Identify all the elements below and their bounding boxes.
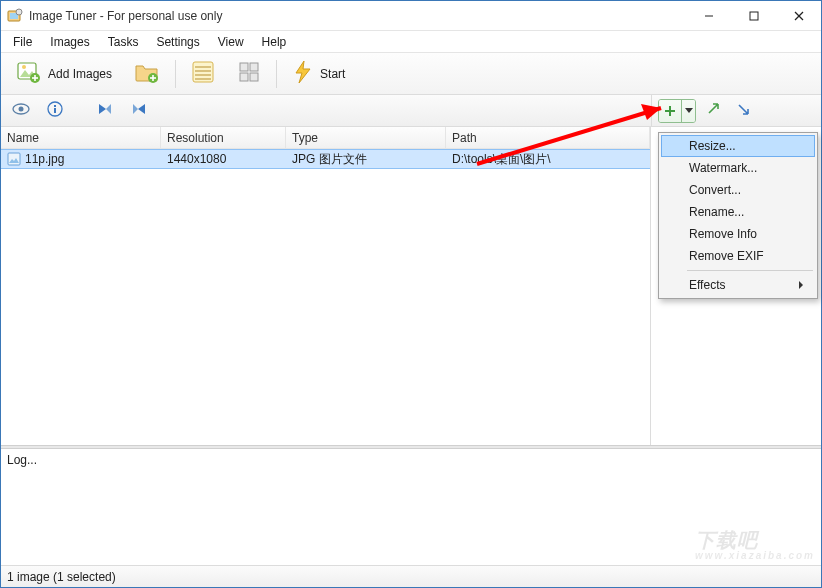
start-button[interactable]: Start — [285, 55, 352, 92]
folder-add-icon — [134, 59, 160, 88]
status-bar: 1 image (1 selected) — [1, 565, 821, 587]
svg-rect-22 — [250, 63, 258, 71]
list-header: Name Resolution Type Path — [1, 127, 650, 149]
remove-selected-button[interactable] — [177, 99, 201, 123]
svg-point-2 — [16, 9, 22, 15]
col-name[interactable]: Name — [1, 127, 161, 148]
eye-icon — [12, 102, 30, 119]
menu-settings[interactable]: Settings — [148, 33, 207, 51]
svg-rect-4 — [750, 12, 758, 20]
app-icon — [7, 8, 23, 24]
lightning-icon — [292, 59, 314, 88]
svg-rect-30 — [54, 105, 56, 107]
log-pane: Log... — [1, 449, 821, 565]
cell-resolution: 1440x1080 — [161, 152, 286, 166]
remove-task-button[interactable] — [762, 99, 786, 123]
svg-rect-29 — [54, 108, 56, 113]
rotate-left-button[interactable] — [93, 99, 117, 123]
menu-file[interactable]: File — [5, 33, 40, 51]
svg-rect-38 — [8, 153, 20, 165]
col-resolution[interactable]: Resolution — [161, 127, 286, 148]
move-down-button[interactable] — [732, 99, 756, 123]
main-toolbar: Add Images Start — [1, 53, 821, 95]
image-list-pane: Name Resolution Type Path 11p.jpg 1440x1… — [1, 127, 651, 445]
jpg-file-icon — [7, 152, 21, 166]
rotate-right-icon — [131, 101, 147, 120]
menu-tasks[interactable]: Tasks — [100, 33, 147, 51]
menu-bar: File Images Tasks Settings View Help — [1, 31, 821, 53]
start-label: Start — [320, 67, 345, 81]
preview-toggle[interactable] — [9, 99, 33, 123]
add-image-icon — [16, 59, 42, 88]
menu-item-remove-info[interactable]: Remove Info — [661, 223, 815, 245]
status-text: 1 image (1 selected) — [7, 570, 116, 584]
menu-help[interactable]: Help — [254, 33, 295, 51]
maximize-button[interactable] — [731, 1, 776, 30]
tasks-context-menu: Resize... Watermark... Convert... Rename… — [658, 132, 818, 299]
title-bar: Image Tuner - For personal use only — [1, 1, 821, 31]
menu-view[interactable]: View — [210, 33, 252, 51]
list-toolbar — [1, 95, 651, 126]
add-folder-button[interactable] — [127, 55, 167, 92]
add-images-button[interactable]: Add Images — [9, 55, 119, 92]
add-task-button[interactable] — [658, 99, 696, 123]
view-details-button[interactable] — [184, 56, 222, 91]
cell-name-text: 11p.jpg — [25, 152, 64, 166]
menu-item-remove-exif[interactable]: Remove EXIF — [661, 245, 815, 267]
arrow-up-right-icon — [706, 101, 722, 120]
cell-path: D:\tools\桌面\图片\ — [446, 151, 650, 168]
menu-item-watermark[interactable]: Watermark... — [661, 157, 815, 179]
separator — [175, 60, 176, 88]
thumbnails-view-icon — [237, 60, 261, 87]
svg-marker-37 — [685, 108, 693, 113]
list-body[interactable]: 11p.jpg 1440x1080 JPG 图片文件 D:\tools\桌面\图… — [1, 149, 650, 445]
svg-point-27 — [19, 107, 24, 112]
view-thumbnails-button[interactable] — [230, 56, 268, 91]
menu-images[interactable]: Images — [42, 33, 97, 51]
separator — [276, 60, 277, 88]
minimize-button[interactable] — [686, 1, 731, 30]
svg-marker-31 — [99, 104, 106, 114]
log-label: Log... — [7, 453, 37, 467]
app-window: Image Tuner - For personal use only File… — [0, 0, 822, 588]
menu-item-convert[interactable]: Convert... — [661, 179, 815, 201]
menu-separator — [687, 270, 813, 271]
window-title: Image Tuner - For personal use only — [29, 9, 222, 23]
info-button[interactable] — [43, 99, 67, 123]
svg-marker-25 — [296, 61, 310, 83]
details-view-icon — [191, 60, 215, 87]
secondary-toolbars — [1, 95, 821, 127]
svg-rect-23 — [240, 73, 248, 81]
svg-marker-34 — [133, 104, 138, 114]
arrow-down-right-icon — [736, 101, 752, 120]
move-up-button[interactable] — [702, 99, 726, 123]
col-path[interactable]: Path — [446, 127, 650, 148]
svg-marker-32 — [106, 104, 111, 114]
table-row[interactable]: 11p.jpg 1440x1080 JPG 图片文件 D:\tools\桌面\图… — [1, 149, 650, 169]
add-images-label: Add Images — [48, 67, 112, 81]
rotate-left-icon — [97, 101, 113, 120]
svg-rect-21 — [240, 63, 248, 71]
plus-icon — [659, 100, 681, 122]
chevron-down-icon[interactable] — [681, 100, 695, 122]
menu-item-rename[interactable]: Rename... — [661, 201, 815, 223]
svg-marker-33 — [138, 104, 145, 114]
svg-rect-24 — [250, 73, 258, 81]
menu-item-effects[interactable]: Effects — [661, 274, 815, 296]
close-button[interactable] — [776, 1, 821, 30]
menu-item-resize[interactable]: Resize... — [661, 135, 815, 157]
info-icon — [47, 101, 63, 120]
cell-type: JPG 图片文件 — [286, 151, 446, 168]
svg-point-9 — [22, 65, 26, 69]
rotate-right-button[interactable] — [127, 99, 151, 123]
cell-name: 11p.jpg — [1, 152, 161, 166]
tasks-toolbar — [651, 95, 821, 126]
col-type[interactable]: Type — [286, 127, 446, 148]
